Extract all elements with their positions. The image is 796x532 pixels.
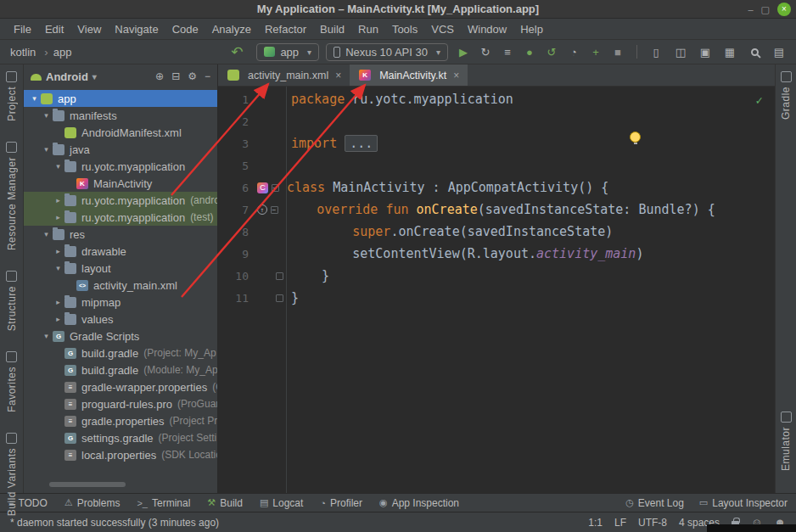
tool-window-button-problems[interactable]: ⚠Problems: [64, 497, 121, 509]
fold-end-icon[interactable]: [276, 294, 283, 302]
run-button[interactable]: ▶: [455, 46, 472, 59]
menu-file[interactable]: File: [7, 20, 38, 38]
menu-code[interactable]: Code: [165, 20, 205, 38]
tree-item-res[interactable]: ▾res: [24, 226, 217, 243]
breadcrumb-app[interactable]: app: [37, 46, 73, 59]
tool-window-button-logcat[interactable]: ▤Logcat: [260, 497, 303, 509]
tree-chevron-icon[interactable]: ▾: [53, 264, 64, 272]
attach-debugger-button[interactable]: +: [587, 46, 604, 59]
tree-item-build-gradle-module-my-ap[interactable]: Gbuild.gradle(Module: My_Ap: [24, 361, 217, 378]
tree-item-gradle-properties-project-pr[interactable]: ≡gradle.properties(Project Pr: [24, 412, 217, 429]
tree-chevron-icon[interactable]: ▾: [41, 332, 52, 340]
device-file-explorer-button[interactable]: ◫: [672, 46, 689, 59]
device-selector[interactable]: Nexus 10 API 30: [326, 43, 448, 61]
editor-tab-mainactivity-kt[interactable]: KMainActivity.kt×: [350, 64, 468, 86]
tree-chevron-icon[interactable]: ▸: [53, 196, 64, 204]
minimize-button[interactable]: –: [748, 5, 753, 14]
override-method-gutter-icon[interactable]: ↑: [257, 204, 267, 215]
settings-gear-icon[interactable]: ⚙: [188, 70, 197, 82]
tool-button-gradle[interactable]: Gradle: [780, 71, 792, 120]
folded-imports[interactable]: ...: [345, 135, 378, 152]
stop-button[interactable]: ■: [609, 46, 626, 59]
tree-item-ru-yotc-myapplication-andro[interactable]: ▸ru.yotc.myapplication(andro: [24, 192, 217, 209]
run-configurations-button[interactable]: ≡: [499, 46, 516, 59]
tool-window-button-profiler[interactable]: ◔Profiler: [320, 497, 362, 509]
editor-tab-activity-main-xml[interactable]: activity_main.xml×: [218, 64, 350, 86]
inspection-status-icon[interactable]: ✓: [756, 93, 763, 107]
menu-run[interactable]: Run: [351, 20, 385, 38]
fold-end-icon[interactable]: [276, 272, 283, 280]
menu-navigate[interactable]: Navigate: [108, 20, 165, 38]
search-everywhere-button[interactable]: [746, 46, 763, 59]
menu-help[interactable]: Help: [513, 20, 550, 38]
tree-item-mipmap[interactable]: ▸mipmap: [24, 294, 217, 311]
tree-chevron-icon[interactable]: ▸: [53, 247, 64, 255]
tool-window-button-layout-inspector[interactable]: ▭Layout Inspector: [699, 497, 788, 509]
tree-chevron-icon[interactable]: ▾: [53, 162, 64, 171]
tool-button-emulator[interactable]: Emulator: [780, 412, 792, 471]
cursor-position[interactable]: 1:1: [588, 517, 603, 529]
close-tab-icon[interactable]: ×: [335, 70, 341, 81]
code-editor[interactable]: ✓ 1package ru.yotc.myapplication23import…: [218, 87, 775, 493]
close-button[interactable]: ×: [777, 3, 791, 16]
tool-window-button-app-inspection[interactable]: ◉App Inspection: [379, 497, 459, 509]
tree-item-mainactivity[interactable]: KMainActivity: [24, 175, 217, 192]
apply-changes-button[interactable]: ↺: [543, 46, 560, 59]
tool-window-button-build[interactable]: ⚒Build: [207, 497, 243, 509]
avd-manager-button[interactable]: ▦: [721, 46, 738, 59]
tree-chevron-icon[interactable]: ▾: [41, 111, 52, 120]
tree-item-androidmanifest-xml[interactable]: AndroidManifest.xml: [24, 124, 217, 141]
menu-vcs[interactable]: VCS: [424, 20, 461, 38]
tree-chevron-icon[interactable]: ▾: [41, 145, 52, 154]
restart-activity-button[interactable]: ↻: [477, 46, 494, 59]
tree-item-activity-main-xml[interactable]: <>activity_main.xml: [24, 277, 217, 294]
menu-edit[interactable]: Edit: [38, 20, 70, 38]
tool-button-structure[interactable]: Structure: [6, 271, 18, 331]
tree-item-settings-gradle-project-setti[interactable]: Gsettings.gradle(Project Setti: [24, 429, 217, 446]
tree-item-values[interactable]: ▸values: [24, 311, 217, 328]
fold-collapse-icon[interactable]: −: [272, 184, 279, 192]
tree-item-local-properties-sdk-locatio[interactable]: ≡local.properties(SDK Locatio: [24, 446, 217, 463]
menu-window[interactable]: Window: [461, 20, 513, 38]
collapse-all-button[interactable]: ⊟: [171, 70, 180, 82]
tool-button-project[interactable]: Project: [6, 71, 18, 121]
fold-collapse-icon[interactable]: −: [271, 206, 278, 214]
sdk-manager-button[interactable]: ▣: [697, 46, 714, 59]
tool-window-button-terminal[interactable]: >_Terminal: [137, 497, 190, 509]
hide-panel-button[interactable]: −: [205, 70, 210, 82]
tree-item-drawable[interactable]: ▸drawable: [24, 243, 217, 260]
menu-tools[interactable]: Tools: [385, 20, 424, 38]
menu-analyze[interactable]: Analyze: [205, 20, 258, 38]
tree-chevron-icon[interactable]: ▾: [41, 230, 52, 238]
profiler-button[interactable]: ◔: [565, 46, 582, 59]
tree-item-app[interactable]: ▾app: [24, 90, 217, 107]
tree-item-build-gradle-project-my-ap[interactable]: Gbuild.gradle(Project: My_Ap: [24, 344, 217, 361]
tree-item-java[interactable]: ▾java: [24, 141, 217, 158]
tree-item-gradle-wrapper-properties-gra[interactable]: ≡gradle-wrapper.properties(Gra: [24, 378, 217, 395]
debug-button[interactable]: ●: [521, 46, 538, 59]
tree-item-gradle-scripts[interactable]: ▾GGradle Scripts: [24, 328, 217, 344]
line-separator[interactable]: LF: [614, 517, 626, 529]
file-encoding[interactable]: UTF-8: [638, 517, 667, 529]
project-view-selector[interactable]: Android: [31, 70, 97, 83]
menu-refactor[interactable]: Refactor: [258, 20, 313, 38]
menu-view[interactable]: View: [70, 20, 108, 38]
module-selector[interactable]: app: [256, 43, 319, 61]
tree-chevron-icon[interactable]: ▾: [29, 94, 40, 103]
locate-file-button[interactable]: ⊕: [155, 70, 164, 82]
tree-chevron-icon[interactable]: ▸: [53, 298, 64, 306]
close-tab-icon[interactable]: ×: [453, 70, 459, 81]
tree-item-ru-yotc-myapplication-test[interactable]: ▸ru.yotc.myapplication(test): [24, 209, 217, 226]
tree-chevron-icon[interactable]: ▸: [53, 315, 64, 323]
project-structure-button[interactable]: ▤: [771, 46, 788, 59]
horizontal-scrollbar-thumb[interactable]: [49, 482, 126, 487]
menu-build[interactable]: Build: [313, 20, 351, 38]
tool-button-favorites[interactable]: Favorites: [6, 351, 18, 412]
tree-item-manifests[interactable]: ▾manifests: [24, 107, 217, 124]
tool-button-resource-manager[interactable]: Resource Manager: [6, 142, 18, 250]
intention-bulb-icon[interactable]: [630, 132, 641, 143]
tool-window-button-event-log[interactable]: ◷Event Log: [625, 497, 684, 509]
tree-item-ru-yotc-myapplication[interactable]: ▾ru.yotc.myapplication: [24, 158, 217, 175]
tree-chevron-icon[interactable]: ▸: [53, 213, 64, 221]
device-manager-button[interactable]: ▯: [647, 46, 664, 59]
